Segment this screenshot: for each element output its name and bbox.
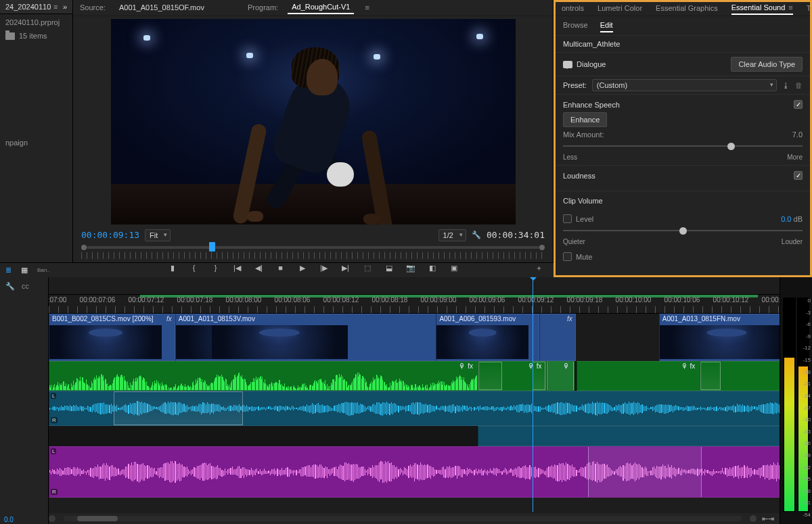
enhance-button[interactable]: Enhance — [563, 112, 607, 127]
preset-label: Preset: — [563, 81, 587, 89]
go-to-out-icon[interactable]: ▶| — [340, 264, 352, 272]
audio-type-dialogue: Dialogue — [563, 60, 606, 68]
side-tab-text[interactable]: Text — [807, 2, 812, 14]
zoom-out-handle[interactable] — [49, 515, 55, 522]
bin-name[interactable]: npaign — [5, 139, 67, 147]
loudness-header[interactable]: Loudness ✓ — [554, 165, 812, 185]
go-to-in-icon[interactable]: |◀ — [231, 264, 244, 272]
program-scrub-bar[interactable] — [73, 243, 553, 252]
clip[interactable]: 🎙 — [546, 361, 574, 391]
level-checkbox[interactable]: ✓ — [563, 214, 572, 223]
clip[interactable]: ❋ fxLR — [49, 391, 780, 426]
track[interactable]: 🎵 fxLR — [49, 446, 780, 498]
overflow-icon[interactable]: » — [63, 3, 67, 11]
side-tab-essential-graphics[interactable]: Essential Graphics — [656, 2, 718, 14]
step-forward-icon[interactable]: |▶ — [318, 264, 330, 272]
button-editor-icon[interactable]: ＋ — [533, 263, 545, 273]
source-tab[interactable]: A001_A015_0815OF.mov — [115, 1, 208, 14]
mute-checkbox[interactable]: ✓ — [563, 252, 572, 261]
project-tab-title: 24_20240110 — [5, 3, 51, 11]
clip[interactable]: 🎵 fx — [478, 426, 780, 446]
stop-icon[interactable]: ■ — [275, 264, 287, 272]
timeline-zoom-value[interactable]: 0.0 — [4, 516, 14, 523]
track[interactable]: B001_B002_0815CS.mov [200%]fxA001_A011_0… — [49, 314, 780, 361]
timeline-track-headers: 🔧 cc 0.0 — [0, 277, 49, 524]
icon-view-icon[interactable]: ▦ — [21, 266, 28, 275]
scrub-handle-right[interactable] — [539, 245, 545, 250]
level-label: Level — [576, 215, 593, 223]
level-value[interactable]: 0.0 — [781, 215, 791, 223]
comparison-view-icon[interactable]: ◧ — [426, 264, 438, 272]
clip[interactable]: A001_A011_08153V.movfx — [175, 314, 478, 361]
clip[interactable]: 🎙 fx — [49, 361, 478, 391]
loudness-checkbox[interactable]: ✓ — [794, 171, 803, 180]
track[interactable]: MS🎤NCE🎵 fx — [49, 426, 780, 446]
list-view-icon[interactable]: ≣ — [5, 266, 12, 275]
source-label: Source: — [80, 3, 106, 11]
safe-margins-icon[interactable]: ▣ — [448, 264, 460, 272]
preset-import-icon[interactable]: ⭳ — [782, 81, 790, 89]
clip[interactable]: A001_A013_0815FN.movfx — [659, 314, 780, 361]
program-video-stage[interactable] — [73, 16, 553, 227]
project-file-name: 20240110.prproj — [5, 18, 67, 26]
monitor-header: Source: A001_A015_0815OF.mov Program: Ad… — [73, 0, 553, 16]
clip[interactable]: 🎙 fx — [478, 361, 547, 391]
side-tab-ontrols[interactable]: ontrols — [562, 2, 584, 14]
ruler-tick: 00:00:07:00 — [49, 296, 66, 304]
timeline-tracks-area[interactable]: 00:00:07:0000:00:07:0600:00:07:1200:00:0… — [49, 277, 780, 524]
program-panel-menu-icon[interactable]: ≡ — [365, 3, 369, 11]
enhance-speech-checkbox[interactable]: ✓ — [794, 100, 803, 109]
track[interactable]: MS🎤🎙 fx🎙 fx🎙🎙 fx❋ fx — [49, 361, 780, 391]
side-tab-lumetri-color[interactable]: Lumetri Color — [597, 2, 642, 14]
panel-menu-icon[interactable]: ≡ — [53, 3, 58, 11]
program-zoom-select[interactable]: Fit — [145, 229, 171, 241]
zoom-in-handle[interactable] — [750, 515, 757, 522]
preset-delete-icon[interactable]: 🗑 — [795, 81, 803, 89]
settings-icon[interactable]: 🔧 — [472, 231, 481, 239]
scrub-handle-left[interactable] — [81, 245, 87, 250]
clip[interactable]: fx — [539, 314, 576, 361]
enhance-speech-header[interactable]: Enhance Speech ✓ — [554, 94, 812, 114]
add-marker-icon[interactable]: ▮ — [166, 264, 179, 272]
extract-icon[interactable]: ⬓ — [383, 264, 395, 272]
mark-out-icon[interactable]: } — [210, 264, 222, 272]
lift-icon[interactable]: ⬚ — [361, 264, 374, 272]
subtab-browse[interactable]: Browse — [563, 19, 588, 32]
ruler-tick: 00:00:09:12 — [518, 296, 554, 304]
ruler-tick: 00:00:07:12 — [129, 296, 164, 304]
step-back-icon[interactable]: ◀| — [253, 264, 265, 272]
top-region: 24_20240110 ≡ » 20240110.prproj 15 items… — [0, 0, 812, 277]
timeline-panel: 🔧 cc 0.0 00:00:07:0000:00:07:0600:00:07:… — [0, 277, 812, 524]
program-current-timecode[interactable]: 00:00:09:13 — [81, 230, 139, 240]
timeline-horizontal-scrollbar[interactable]: ⇤⇥ — [49, 513, 780, 524]
mark-in-icon[interactable]: { — [188, 264, 200, 272]
track[interactable]: MS🎤❋ fxLR — [49, 391, 780, 426]
freeform-view-icon[interactable]: Ban.. — [37, 267, 50, 273]
program-playhead-indicator[interactable] — [209, 242, 215, 252]
timeline-ruler[interactable]: 00:00:07:0000:00:07:0600:00:07:1200:00:0… — [49, 295, 780, 314]
subtab-edit[interactable]: Edit — [600, 19, 613, 32]
essential-sound-panel: ontrolsLumetri ColorEssential GraphicsEs… — [554, 0, 812, 277]
play-icon[interactable]: ▶ — [296, 264, 309, 272]
timeline-settings-icon[interactable]: cc — [22, 282, 29, 290]
clip[interactable]: B001_B002_0815CS.mov [200%]fx — [49, 314, 175, 361]
program-ruler[interactable] — [73, 252, 553, 259]
project-tab[interactable]: 24_20240110 ≡ » — [0, 0, 72, 14]
clip[interactable]: ❋ fx — [700, 361, 780, 391]
level-slider[interactable] — [563, 226, 803, 235]
clear-audio-type-button[interactable]: Clear Audio Type — [731, 57, 803, 72]
mix-amount-value[interactable]: 7.0 — [792, 130, 803, 139]
program-tab[interactable]: Ad_RoughCut-V1 — [288, 1, 354, 14]
clip[interactable]: A001_A006_081593.mov — [436, 314, 539, 361]
side-tab-essential-sound[interactable]: Essential Sound ≡ — [731, 1, 793, 15]
zoom-to-sequence-icon[interactable]: ⇤⇥ — [762, 515, 774, 523]
timeline-search-icon[interactable]: 🔧 — [5, 282, 15, 291]
clip[interactable]: 🎙 fx — [577, 361, 700, 391]
mix-amount-slider[interactable] — [563, 141, 803, 151]
timeline-playhead[interactable] — [533, 277, 533, 512]
preset-select[interactable]: (Custom) — [592, 79, 777, 91]
clip[interactable]: 🎵 fxLR — [49, 446, 780, 498]
scrollbar-knob[interactable] — [77, 516, 118, 521]
program-resolution-select[interactable]: 1/2 — [438, 229, 466, 241]
export-frame-icon[interactable]: 📷 — [405, 264, 417, 272]
